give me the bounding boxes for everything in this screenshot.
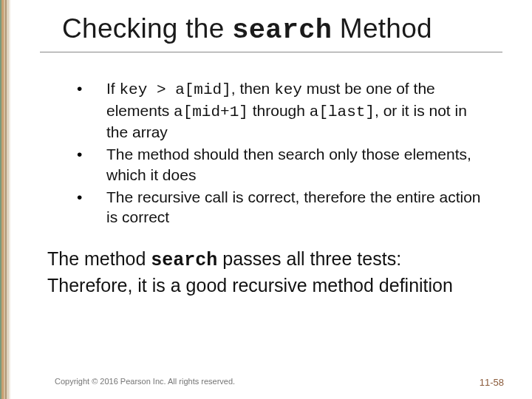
conclusion-line-2: Therefore, it is a good recursive method…	[47, 273, 495, 298]
footer: Copyright © 2016 Pearson Inc. All rights…	[10, 377, 532, 388]
title-suffix: Method	[332, 13, 432, 44]
conclusion-line-1: The method search passes all three tests…	[47, 247, 495, 273]
conclusion: The method search passes all three tests…	[40, 247, 502, 297]
bullet-list: •If key > a[mid], then key must be one o…	[40, 78, 502, 228]
bullet-text: The method should then search only those…	[106, 144, 488, 185]
left-accent-stripes	[0, 0, 10, 399]
bullet-text: The recursive call is correct, therefore…	[106, 187, 488, 228]
bullet-marker: •	[77, 187, 106, 208]
title-code: search	[232, 15, 332, 46]
page-number: 11-58	[480, 377, 504, 388]
bullet-marker: •	[77, 78, 106, 99]
bullet-text: If key > a[mid], then key must be one of…	[106, 78, 488, 143]
bullet-item: •If key > a[mid], then key must be one o…	[77, 78, 488, 143]
bullet-item: •The method should then search only thos…	[77, 144, 488, 185]
bullet-marker: •	[77, 144, 106, 165]
slide-content: Checking the search Method •If key > a[m…	[10, 0, 532, 399]
copyright-text: Copyright © 2016 Pearson Inc. All rights…	[55, 377, 235, 388]
title-prefix: Checking the	[62, 13, 232, 44]
slide-title: Checking the search Method	[40, 13, 502, 52]
bullet-item: •The recursive call is correct, therefor…	[77, 187, 488, 228]
